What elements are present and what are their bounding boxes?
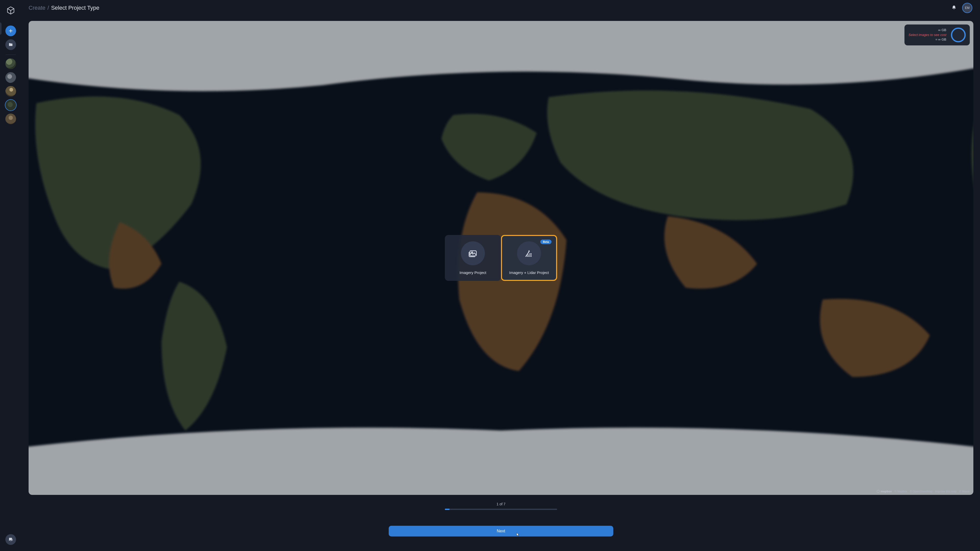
- svg-point-10: [531, 256, 531, 257]
- usage-remaining: = ∞ GB: [935, 38, 946, 42]
- svg-point-7: [527, 256, 528, 257]
- breadcrumb-current: Select Project Type: [51, 5, 99, 11]
- create-button[interactable]: [5, 25, 16, 36]
- svg-point-3: [527, 254, 528, 256]
- files-button[interactable]: [5, 39, 16, 50]
- progress-bar: [445, 509, 557, 510]
- map-area: ∞ GB Select images to see cost = ∞ GB Im…: [29, 21, 974, 495]
- mapbox-logo[interactable]: mapbox: [877, 490, 892, 493]
- avatar-initials: EM: [965, 6, 969, 10]
- card-imagery-lidar-label: Imagery + Lidar Project: [509, 270, 549, 275]
- next-button-label: Next: [497, 529, 505, 534]
- usage-hint: Select images to see cost: [908, 33, 946, 37]
- breadcrumb-sep: /: [48, 5, 49, 11]
- svg-point-11: [529, 253, 530, 254]
- attr-osm[interactable]: © OpenStreetMap: [910, 490, 932, 493]
- svg-point-6: [531, 254, 531, 256]
- project-thumb-2[interactable]: [5, 72, 16, 83]
- notifications-button[interactable]: [951, 5, 956, 11]
- breadcrumb-root[interactable]: Create: [29, 5, 45, 11]
- next-button[interactable]: Next: [389, 526, 613, 537]
- imagery-icon: [461, 241, 485, 265]
- usage-pill: ∞ GB Select images to see cost = ∞ GB: [904, 24, 970, 45]
- svg-point-8: [528, 256, 529, 257]
- svg-point-12: [531, 253, 531, 254]
- card-imagery-project[interactable]: Imagery Project: [445, 235, 501, 281]
- app-logo[interactable]: [5, 5, 16, 16]
- usage-ring-icon: [951, 27, 966, 42]
- project-thumb-3[interactable]: [5, 86, 16, 97]
- sidebar: [0, 0, 21, 551]
- svg-point-9: [529, 256, 530, 257]
- attr-mapbox[interactable]: © Mapbox: [894, 490, 907, 493]
- svg-point-4: [528, 254, 529, 256]
- svg-point-13: [877, 490, 880, 492]
- card-imagery-lidar-project[interactable]: Beta: [501, 235, 557, 281]
- main: ∞ GB Select images to see cost = ∞ GB Im…: [21, 16, 980, 551]
- project-type-cards: Imagery Project Beta: [445, 235, 557, 281]
- step-label: 1 of 7: [496, 502, 505, 506]
- map-attribution: mapbox © Mapbox © OpenStreetMap Improve …: [877, 490, 970, 493]
- project-thumb-5[interactable]: [5, 114, 16, 124]
- imagery-lidar-icon: [517, 241, 541, 265]
- user-avatar[interactable]: EM: [962, 3, 972, 13]
- chat-button[interactable]: [5, 534, 16, 545]
- attr-improve[interactable]: Improve this map: [935, 490, 956, 493]
- svg-point-2: [471, 252, 473, 253]
- header: Create / Select Project Type EM: [21, 0, 980, 16]
- attr-maxar[interactable]: © Maxar: [959, 490, 970, 493]
- svg-point-5: [529, 254, 530, 256]
- progress-fill: [445, 509, 449, 510]
- cursor-icon: [516, 532, 520, 537]
- mapbox-logo-text: mapbox: [881, 490, 892, 493]
- project-thumb-1[interactable]: [5, 59, 16, 69]
- project-thumb-4[interactable]: [5, 100, 16, 110]
- card-imagery-label: Imagery Project: [460, 270, 486, 275]
- breadcrumb: Create / Select Project Type: [29, 5, 99, 11]
- wizard-footer: 1 of 7 Next: [29, 495, 974, 551]
- usage-total: ∞ GB: [938, 28, 946, 32]
- beta-badge: Beta: [540, 240, 552, 244]
